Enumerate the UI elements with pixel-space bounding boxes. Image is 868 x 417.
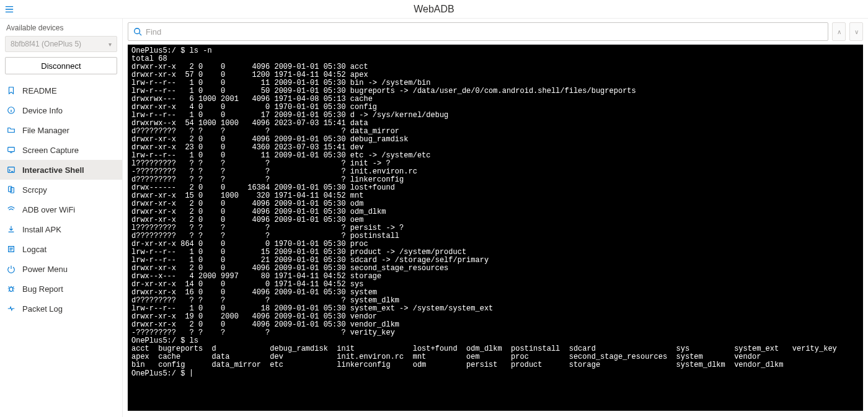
sidebar-item-readme[interactable]: README	[0, 81, 122, 100]
svg-point-5	[9, 287, 12, 291]
sidebar-nav: READMEDevice InfoFile ManagerScreen Capt…	[0, 81, 122, 417]
sidebar-item-label: File Manager	[22, 126, 69, 135]
sidebar-item-label: Packet Log	[22, 304, 63, 314]
sidebar-item-bug-report[interactable]: Bug Report	[0, 279, 122, 299]
wifi-icon	[6, 204, 16, 214]
hamburger-icon	[5, 5, 14, 14]
screen-icon	[6, 145, 16, 155]
sidebar-item-label: README	[22, 86, 57, 95]
sidebar: Available devices 8bfb8f41 (OnePlus 5) ▾…	[0, 19, 123, 417]
device-select-value: 8bfb8f41 (OnePlus 5)	[11, 40, 81, 48]
sidebar-item-label: Scrcpy	[22, 185, 47, 195]
find-next-button[interactable]: ∨	[849, 22, 863, 41]
main-panel: ∧ ∨ OnePlus5:/ $ ls -n total 68 drwxr-xr…	[123, 19, 868, 417]
chevron-down-icon: ▾	[108, 41, 112, 48]
sidebar-item-label: Logcat	[22, 245, 46, 254]
sidebar-item-logcat[interactable]: Logcat	[0, 239, 122, 259]
find-input[interactable]	[146, 27, 823, 37]
sidebar-item-device-info[interactable]: Device Info	[0, 100, 122, 120]
sidebar-item-label: Install APK	[22, 225, 61, 234]
app-title: WebADB	[19, 4, 849, 15]
folder-icon	[6, 125, 16, 135]
info-icon	[6, 105, 16, 115]
svg-rect-1	[8, 147, 15, 152]
search-icon	[133, 27, 142, 36]
sidebar-item-label: Screen Capture	[22, 146, 79, 155]
power-icon	[6, 264, 16, 274]
disconnect-button[interactable]: Disconnect	[5, 57, 117, 74]
terminal[interactable]: OnePlus5:/ $ ls -n total 68 drwxr-xr-x 2…	[128, 45, 863, 411]
sidebar-item-label: Device Info	[22, 106, 63, 115]
topbar: WebADB	[0, 0, 868, 19]
hamburger-menu-button[interactable]	[0, 0, 19, 19]
svg-point-6	[135, 29, 140, 34]
sidebar-item-label: Bug Report	[22, 284, 63, 294]
find-input-wrap[interactable]	[128, 22, 828, 41]
sidebar-item-screen-capture[interactable]: Screen Capture	[0, 140, 122, 160]
shell-icon	[6, 165, 16, 175]
sidebar-item-packet-log[interactable]: Packet Log	[0, 299, 122, 318]
sidebar-item-interactive-shell[interactable]: Interactive Shell	[0, 160, 122, 180]
bookmark-icon	[6, 86, 16, 95]
bug-icon	[6, 284, 16, 294]
log-icon	[6, 244, 16, 254]
mirror-icon	[6, 185, 16, 195]
sidebar-item-adb-over-wifi[interactable]: ADB over WiFi	[0, 200, 122, 219]
packet-icon	[6, 304, 16, 314]
find-bar: ∧ ∨	[128, 22, 863, 41]
device-select[interactable]: 8bfb8f41 (OnePlus 5) ▾	[5, 36, 117, 52]
install-icon	[6, 224, 16, 234]
sidebar-item-install-apk[interactable]: Install APK	[0, 219, 122, 239]
sidebar-item-label: Interactive Shell	[22, 165, 84, 175]
sidebar-item-file-manager[interactable]: File Manager	[0, 120, 122, 140]
sidebar-item-power-menu[interactable]: Power Menu	[0, 259, 122, 279]
sidebar-item-label: Power Menu	[22, 265, 68, 274]
available-devices-label: Available devices	[0, 21, 122, 36]
find-prev-button[interactable]: ∧	[832, 22, 846, 41]
sidebar-item-label: ADB over WiFi	[22, 205, 75, 214]
terminal-cursor	[191, 369, 192, 377]
sidebar-item-scrcpy[interactable]: Scrcpy	[0, 180, 122, 200]
